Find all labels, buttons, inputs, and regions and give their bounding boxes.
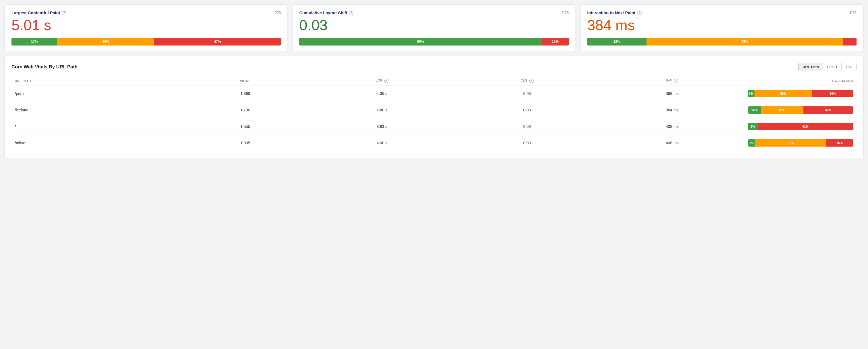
metric-value-inp: 384 ms bbox=[587, 17, 857, 33]
dist-segment-poor-lcp: 47% bbox=[154, 38, 281, 45]
metric-value-cls: 0.03 bbox=[299, 17, 568, 33]
col-header-views: VIEWS bbox=[181, 76, 309, 85]
metric-title-cls: Cumulative Layout Shift ? bbox=[299, 10, 353, 15]
views-cell: 1,335 bbox=[181, 135, 309, 151]
metric-title-lcp: Largest Contentful Paint ? bbox=[11, 10, 66, 15]
cwv-rating-cell: 9%91% bbox=[745, 118, 857, 135]
views-cell: 1,730 bbox=[181, 102, 309, 118]
inp-cell: 408 ms bbox=[599, 118, 745, 135]
dist-bar-inp: 22%73% bbox=[587, 38, 857, 45]
metric-card-inp: Interaction to Next Paint ?P75384 ms22%7… bbox=[580, 4, 864, 51]
lcp-cell: 4.80 s bbox=[310, 102, 455, 118]
table-head: URL PATHVIEWSLCP ?CLS ?INP ?CWV RATING bbox=[11, 76, 857, 85]
url-path-cell: / bbox=[11, 118, 181, 135]
metric-card-lcp: Largest Contentful Paint ?P755.01 s17%36… bbox=[4, 4, 288, 51]
metric-card-header-inp: Interaction to Next Paint ?P75 bbox=[587, 10, 857, 15]
cwv-segment-needs-improvement: 55% bbox=[754, 90, 812, 97]
cwv-segment-poor: 26% bbox=[826, 139, 853, 147]
table-row: /1,5558.83 s0.03408 ms9%91% bbox=[11, 118, 857, 135]
help-icon-col-cls[interactable]: ? bbox=[529, 79, 533, 83]
data-table: URL PATHVIEWSLCP ?CLS ?INP ?CWV RATING /… bbox=[11, 76, 857, 151]
cwv-rating-cell: 7%67%26% bbox=[745, 135, 857, 151]
url-path-cell: /iceland bbox=[11, 102, 181, 118]
col-header-inp: INP ? bbox=[599, 76, 745, 85]
cwv-bar: 12%40%47% bbox=[748, 106, 853, 114]
cwv-segment-good: 6% bbox=[748, 90, 754, 97]
tab-title[interactable]: Title bbox=[842, 63, 856, 71]
metric-percentile-inp: P75 bbox=[850, 11, 857, 15]
table-row: /tokyo1,3354.00 s0.03408 ms7%67%26% bbox=[11, 135, 857, 151]
help-icon-inp[interactable]: ? bbox=[637, 11, 642, 15]
cwv-segment-poor: 39% bbox=[812, 90, 853, 97]
table-header-row: URL PATHVIEWSLCP ?CLS ?INP ?CWV RATING bbox=[11, 76, 857, 85]
dist-segment-good-cls: 90% bbox=[299, 38, 542, 45]
inp-cell: 408 ms bbox=[599, 135, 745, 151]
help-icon-col-inp[interactable]: ? bbox=[674, 79, 678, 83]
cwv-segment-good: 12% bbox=[748, 106, 761, 114]
table-row: /peru1,8684.36 s0.03368 ms6%55%39% bbox=[11, 85, 857, 102]
views-cell: 1,555 bbox=[181, 118, 309, 135]
dist-bar-cls: 90%10% bbox=[299, 38, 568, 45]
dist-segment-good-inp: 22% bbox=[587, 38, 647, 45]
help-icon-cls[interactable]: ? bbox=[349, 11, 353, 15]
inp-cell: 368 ms bbox=[599, 85, 745, 102]
metric-percentile-lcp: P75 bbox=[274, 11, 281, 15]
url-path-cell: /tokyo bbox=[11, 135, 181, 151]
cwv-bar: 9%91% bbox=[748, 123, 853, 130]
dist-bar-lcp: 17%36%47% bbox=[11, 38, 281, 45]
dist-segment-poor-inp bbox=[843, 38, 857, 45]
cwv-segment-good: 9% bbox=[748, 123, 757, 130]
cwv-bar: 6%55%39% bbox=[748, 90, 853, 97]
metric-card-cls: Cumulative Layout Shift ?P750.0390%10% bbox=[292, 4, 576, 51]
cls-cell: 0.03 bbox=[455, 85, 600, 102]
col-header-cls: CLS ? bbox=[455, 76, 600, 85]
dist-segment-poor-cls: 10% bbox=[542, 38, 568, 45]
lcp-cell: 4.00 s bbox=[310, 135, 455, 151]
cwv-rating-cell: 6%55%39% bbox=[745, 85, 857, 102]
cwv-segment-needs-improvement: 67% bbox=[755, 139, 826, 147]
cls-cell: 0.03 bbox=[455, 118, 600, 135]
help-icon-col-lcp[interactable]: ? bbox=[384, 79, 389, 83]
cwv-segment-poor: 47% bbox=[803, 106, 854, 114]
dist-segment-needs-improvement-lcp: 36% bbox=[57, 38, 154, 45]
col-header-urlPath: URL PATH bbox=[11, 76, 181, 85]
table-body: /peru1,8684.36 s0.03368 ms6%55%39%/icela… bbox=[11, 85, 857, 151]
help-icon-lcp[interactable]: ? bbox=[62, 11, 66, 15]
tab-url-path[interactable]: URL Path bbox=[799, 63, 823, 71]
col-header-cwvRating: CWV RATING bbox=[745, 76, 857, 85]
cls-cell: 0.03 bbox=[455, 135, 600, 151]
table-card: Core Web Vitals By URL Path URL PathPath… bbox=[4, 56, 864, 158]
metric-card-header-lcp: Largest Contentful Paint ?P75 bbox=[11, 10, 281, 15]
cwv-segment-good: 7% bbox=[748, 139, 755, 147]
metric-percentile-cls: P75 bbox=[562, 11, 569, 15]
col-header-lcp: LCP ? bbox=[310, 76, 455, 85]
cwv-bar: 7%67%26% bbox=[748, 139, 853, 147]
url-path-cell: /peru bbox=[11, 85, 181, 102]
inp-cell: 384 ms bbox=[599, 102, 745, 118]
tab-path-1[interactable]: Path 1 bbox=[823, 63, 842, 71]
lcp-cell: 4.36 s bbox=[310, 85, 455, 102]
table-card-header: Core Web Vitals By URL Path URL PathPath… bbox=[11, 63, 857, 71]
cwv-rating-cell: 12%40%47% bbox=[745, 102, 857, 118]
tab-group: URL PathPath 1Title bbox=[798, 63, 857, 71]
cwv-segment-needs-improvement: 40% bbox=[761, 106, 803, 114]
dist-segment-needs-improvement-inp: 73% bbox=[647, 38, 843, 45]
cls-cell: 0.03 bbox=[455, 102, 600, 118]
metric-title-inp: Interaction to Next Paint ? bbox=[587, 10, 642, 15]
table-row: /iceland1,7304.80 s0.03384 ms12%40%47% bbox=[11, 102, 857, 118]
table-card-title: Core Web Vitals By URL Path bbox=[11, 64, 78, 70]
metrics-row: Largest Contentful Paint ?P755.01 s17%36… bbox=[4, 4, 864, 51]
dist-segment-good-lcp: 17% bbox=[11, 38, 57, 45]
metric-card-header-cls: Cumulative Layout Shift ?P75 bbox=[299, 10, 568, 15]
views-cell: 1,868 bbox=[181, 85, 309, 102]
lcp-cell: 8.83 s bbox=[310, 118, 455, 135]
cwv-segment-poor: 91% bbox=[757, 123, 853, 130]
metric-value-lcp: 5.01 s bbox=[11, 17, 281, 33]
